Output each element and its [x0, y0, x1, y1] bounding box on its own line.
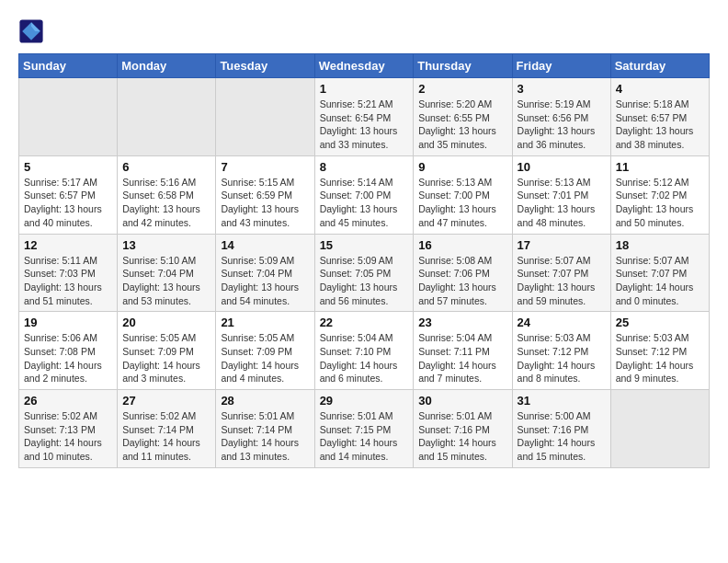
day-number: 11 — [616, 160, 704, 174]
day-number: 2 — [418, 82, 506, 96]
calendar-cell: 28Sunrise: 5:01 AM Sunset: 7:14 PM Dayli… — [216, 390, 314, 468]
day-number: 14 — [221, 238, 309, 252]
day-number: 5 — [24, 160, 112, 174]
day-detail: Sunrise: 5:08 AM Sunset: 7:06 PM Dayligh… — [418, 254, 506, 308]
day-detail: Sunrise: 5:01 AM Sunset: 7:14 PM Dayligh… — [221, 409, 309, 464]
calendar-cell: 20Sunrise: 5:05 AM Sunset: 7:09 PM Dayli… — [118, 312, 216, 390]
calendar-week-row: 19Sunrise: 5:06 AM Sunset: 7:08 PM Dayli… — [19, 312, 710, 390]
day-number: 12 — [24, 238, 112, 252]
calendar-cell: 26Sunrise: 5:02 AM Sunset: 7:13 PM Dayli… — [19, 390, 118, 468]
day-detail: Sunrise: 5:04 AM Sunset: 7:10 PM Dayligh… — [320, 331, 409, 385]
page-header — [18, 18, 710, 44]
calendar-week-row: 26Sunrise: 5:02 AM Sunset: 7:13 PM Dayli… — [19, 390, 710, 468]
day-detail: Sunrise: 5:06 AM Sunset: 7:08 PM Dayligh… — [24, 331, 112, 385]
day-number: 1 — [320, 82, 409, 96]
day-detail: Sunrise: 5:07 AM Sunset: 7:07 PM Dayligh… — [616, 254, 704, 308]
calendar-week-row: 12Sunrise: 5:11 AM Sunset: 7:03 PM Dayli… — [19, 234, 710, 312]
day-detail: Sunrise: 5:03 AM Sunset: 7:12 PM Dayligh… — [616, 331, 704, 385]
calendar-cell: 3Sunrise: 5:19 AM Sunset: 6:56 PM Daylig… — [512, 78, 610, 156]
calendar-week-row: 1Sunrise: 5:21 AM Sunset: 6:54 PM Daylig… — [19, 78, 710, 156]
column-header-friday: Friday — [512, 54, 610, 78]
calendar-cell: 30Sunrise: 5:01 AM Sunset: 7:16 PM Dayli… — [414, 390, 512, 468]
calendar-cell — [216, 78, 314, 156]
day-number: 10 — [518, 160, 606, 174]
day-number: 30 — [418, 394, 506, 408]
day-detail: Sunrise: 5:01 AM Sunset: 7:15 PM Dayligh… — [320, 409, 409, 464]
calendar-week-row: 5Sunrise: 5:17 AM Sunset: 6:57 PM Daylig… — [19, 155, 710, 234]
day-detail: Sunrise: 5:00 AM Sunset: 7:16 PM Dayligh… — [518, 409, 606, 464]
day-detail: Sunrise: 5:09 AM Sunset: 7:04 PM Dayligh… — [221, 254, 309, 308]
day-number: 9 — [418, 160, 506, 174]
calendar-cell: 4Sunrise: 5:18 AM Sunset: 6:57 PM Daylig… — [610, 78, 709, 156]
day-number: 19 — [24, 316, 112, 329]
calendar-cell: 24Sunrise: 5:03 AM Sunset: 7:12 PM Dayli… — [512, 312, 610, 390]
logo — [18, 18, 48, 44]
calendar-cell: 8Sunrise: 5:14 AM Sunset: 7:00 PM Daylig… — [314, 155, 414, 234]
day-number: 4 — [616, 82, 704, 96]
day-detail: Sunrise: 5:13 AM Sunset: 7:00 PM Dayligh… — [418, 176, 506, 230]
column-header-saturday: Saturday — [610, 54, 709, 78]
calendar-cell: 6Sunrise: 5:16 AM Sunset: 6:58 PM Daylig… — [118, 155, 216, 234]
calendar-cell: 12Sunrise: 5:11 AM Sunset: 7:03 PM Dayli… — [19, 234, 118, 312]
day-detail: Sunrise: 5:02 AM Sunset: 7:13 PM Dayligh… — [24, 409, 112, 464]
calendar-cell: 31Sunrise: 5:00 AM Sunset: 7:16 PM Dayli… — [512, 390, 610, 468]
day-detail: Sunrise: 5:03 AM Sunset: 7:12 PM Dayligh… — [518, 331, 606, 385]
calendar-cell: 23Sunrise: 5:04 AM Sunset: 7:11 PM Dayli… — [414, 312, 512, 390]
day-detail: Sunrise: 5:11 AM Sunset: 7:03 PM Dayligh… — [24, 254, 112, 308]
column-header-monday: Monday — [118, 54, 216, 78]
calendar-cell: 19Sunrise: 5:06 AM Sunset: 7:08 PM Dayli… — [19, 312, 118, 390]
logo-icon — [18, 18, 44, 44]
day-detail: Sunrise: 5:16 AM Sunset: 6:58 PM Dayligh… — [122, 176, 210, 230]
day-detail: Sunrise: 5:14 AM Sunset: 7:00 PM Dayligh… — [320, 176, 409, 230]
calendar-cell: 16Sunrise: 5:08 AM Sunset: 7:06 PM Dayli… — [414, 234, 512, 312]
day-number: 17 — [518, 238, 606, 252]
column-header-wednesday: Wednesday — [314, 54, 414, 78]
day-number: 25 — [616, 316, 704, 329]
day-number: 3 — [518, 82, 606, 96]
day-detail: Sunrise: 5:13 AM Sunset: 7:01 PM Dayligh… — [518, 176, 606, 230]
day-number: 15 — [320, 238, 409, 252]
day-number: 8 — [320, 160, 409, 174]
calendar-cell — [118, 78, 216, 156]
calendar-cell: 17Sunrise: 5:07 AM Sunset: 7:07 PM Dayli… — [512, 234, 610, 312]
day-number: 27 — [122, 394, 210, 408]
day-detail: Sunrise: 5:15 AM Sunset: 6:59 PM Dayligh… — [221, 176, 309, 230]
day-number: 21 — [221, 316, 309, 329]
calendar-cell: 21Sunrise: 5:05 AM Sunset: 7:09 PM Dayli… — [216, 312, 314, 390]
column-header-tuesday: Tuesday — [216, 54, 314, 78]
calendar-cell: 10Sunrise: 5:13 AM Sunset: 7:01 PM Dayli… — [512, 155, 610, 234]
calendar-cell: 25Sunrise: 5:03 AM Sunset: 7:12 PM Dayli… — [610, 312, 709, 390]
calendar-table: SundayMondayTuesdayWednesdayThursdayFrid… — [18, 53, 710, 468]
calendar-cell: 14Sunrise: 5:09 AM Sunset: 7:04 PM Dayli… — [216, 234, 314, 312]
day-number: 22 — [320, 316, 409, 329]
calendar-cell: 18Sunrise: 5:07 AM Sunset: 7:07 PM Dayli… — [610, 234, 709, 312]
day-number: 16 — [418, 238, 506, 252]
calendar-header-row: SundayMondayTuesdayWednesdayThursdayFrid… — [19, 54, 710, 78]
day-detail: Sunrise: 5:10 AM Sunset: 7:04 PM Dayligh… — [122, 254, 210, 308]
day-detail: Sunrise: 5:07 AM Sunset: 7:07 PM Dayligh… — [518, 254, 606, 308]
day-detail: Sunrise: 5:12 AM Sunset: 7:02 PM Dayligh… — [616, 176, 704, 230]
day-detail: Sunrise: 5:17 AM Sunset: 6:57 PM Dayligh… — [24, 176, 112, 230]
calendar-cell: 22Sunrise: 5:04 AM Sunset: 7:10 PM Dayli… — [314, 312, 414, 390]
calendar-cell: 11Sunrise: 5:12 AM Sunset: 7:02 PM Dayli… — [610, 155, 709, 234]
calendar-cell: 9Sunrise: 5:13 AM Sunset: 7:00 PM Daylig… — [414, 155, 512, 234]
column-header-sunday: Sunday — [19, 54, 118, 78]
calendar-cell: 29Sunrise: 5:01 AM Sunset: 7:15 PM Dayli… — [314, 390, 414, 468]
calendar-cell: 27Sunrise: 5:02 AM Sunset: 7:14 PM Dayli… — [118, 390, 216, 468]
day-number: 28 — [221, 394, 309, 408]
day-detail: Sunrise: 5:05 AM Sunset: 7:09 PM Dayligh… — [122, 331, 210, 385]
day-number: 7 — [221, 160, 309, 174]
day-number: 20 — [122, 316, 210, 329]
column-header-thursday: Thursday — [414, 54, 512, 78]
day-number: 13 — [122, 238, 210, 252]
day-detail: Sunrise: 5:09 AM Sunset: 7:05 PM Dayligh… — [320, 254, 409, 308]
calendar-cell — [19, 78, 118, 156]
calendar-cell: 7Sunrise: 5:15 AM Sunset: 6:59 PM Daylig… — [216, 155, 314, 234]
day-detail: Sunrise: 5:20 AM Sunset: 6:55 PM Dayligh… — [418, 98, 506, 152]
day-number: 23 — [418, 316, 506, 329]
calendar-cell: 1Sunrise: 5:21 AM Sunset: 6:54 PM Daylig… — [314, 78, 414, 156]
day-detail: Sunrise: 5:21 AM Sunset: 6:54 PM Dayligh… — [320, 98, 409, 152]
calendar-cell: 5Sunrise: 5:17 AM Sunset: 6:57 PM Daylig… — [19, 155, 118, 234]
day-number: 24 — [518, 316, 606, 329]
day-detail: Sunrise: 5:02 AM Sunset: 7:14 PM Dayligh… — [122, 409, 210, 464]
